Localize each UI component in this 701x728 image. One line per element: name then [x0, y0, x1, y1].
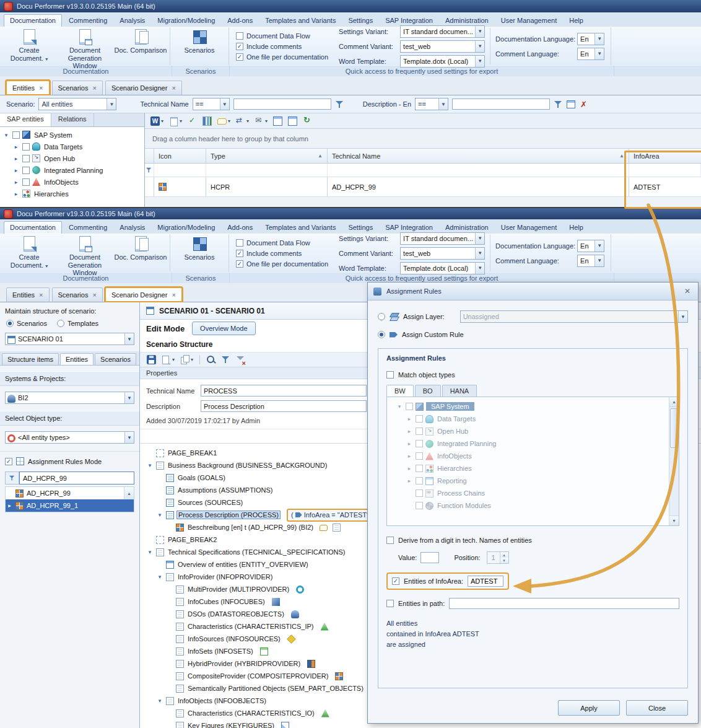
tab-scenarios[interactable]: Scenarios — [95, 353, 136, 365]
tree-item-data-targets[interactable]: ▸Data Targets — [393, 413, 668, 425]
item-checkbox[interactable] — [22, 155, 30, 162]
expander-icon[interactable]: ▾ — [156, 574, 163, 580]
object-type-select[interactable]: <All entity types>▼ — [5, 431, 134, 444]
assignment-rules-mode-row[interactable]: Assignment Rules Mode — [0, 451, 139, 470]
one-file-per-documentation-option[interactable]: One file per documentation — [236, 53, 328, 61]
tab-close-icon[interactable]: × — [39, 291, 43, 299]
technical-name-operator-select[interactable]: ==▼ — [193, 98, 230, 110]
entity-row-ad-hcpr-99-1[interactable]: ▸AD_HCPR_99_1 — [6, 499, 134, 512]
tree-item-hierarchies[interactable]: ▸Hierarchies — [0, 188, 144, 200]
document-generation-window-button[interactable]: Document Generation Window — [57, 235, 113, 271]
table-copy-button[interactable] — [271, 115, 284, 127]
column-header-icon[interactable]: Icon — [154, 149, 206, 163]
tree-item-infoobjects[interactable]: ▸InfoObjects — [0, 176, 144, 188]
ribbon-tab-user-management[interactable]: User Management — [495, 222, 563, 234]
column-header-type[interactable]: Type▲ — [206, 149, 328, 163]
tab-bw[interactable]: BW — [386, 385, 414, 397]
scroll-down-icon[interactable]: ▼ — [669, 515, 679, 525]
item-checkbox[interactable] — [416, 502, 423, 509]
entity-filter-input[interactable]: AD_HCPR_99 — [19, 471, 134, 485]
expander-icon[interactable]: ▸ — [406, 465, 413, 471]
expander-icon[interactable]: ▾ — [156, 512, 163, 518]
column-header-infoarea[interactable]: InfoArea — [629, 149, 701, 163]
tree-item-infoobjects[interactable]: ▸InfoObjects — [393, 450, 668, 462]
item-checkbox[interactable] — [416, 465, 423, 472]
expander-icon[interactable]: ▸ — [12, 179, 20, 185]
scroll-thumb[interactable] — [670, 408, 678, 448]
scenarios-button[interactable]: Scenarios — [172, 28, 227, 64]
tree-item-process-chains[interactable]: Process Chains — [393, 487, 668, 499]
assignment-rules-mode-checkbox[interactable] — [5, 458, 12, 465]
assign-custom-rule-radio[interactable] — [378, 331, 385, 338]
tab-close-icon[interactable]: × — [172, 84, 175, 92]
stepper-down-icon[interactable]: ▼ — [500, 558, 508, 563]
tree-item-open-hub[interactable]: ▸Open Hub — [0, 152, 144, 164]
documentation-language-select[interactable]: En▼ — [577, 33, 604, 45]
dropdown-caret-icon[interactable]: ▼ — [124, 432, 134, 443]
include-comments-option[interactable]: Include comments — [236, 43, 328, 50]
document-generation-window-button[interactable]: Document Generation Window — [57, 28, 113, 64]
ribbon-tab-migration-modeling[interactable]: Migration/Modeling — [152, 222, 220, 234]
dropdown-caret-icon[interactable]: ▼ — [220, 99, 229, 110]
dropdown-caret-icon[interactable]: ▼ — [475, 56, 484, 67]
include-comments-option[interactable]: Include comments — [236, 250, 328, 257]
include-comments-checkbox[interactable] — [236, 250, 243, 257]
dropdown-caret-icon[interactable]: ▼ — [475, 41, 484, 52]
filter-cell-infoarea[interactable] — [629, 164, 701, 177]
expander-icon[interactable]: ▸ — [406, 478, 413, 484]
tree-item-open-hub[interactable]: ▸Open Hub — [393, 425, 668, 437]
templates-radio[interactable] — [57, 320, 64, 327]
ribbon-tab-templates-and-variants[interactable]: Templates and Variants — [259, 222, 341, 234]
scenarios-button[interactable]: Scenarios — [172, 235, 227, 271]
entities-in-path-checkbox[interactable] — [386, 600, 394, 607]
comment-button[interactable]: ▾ — [216, 116, 232, 126]
document-tab-entities[interactable]: Entities× — [6, 81, 50, 95]
dropdown-caret-icon[interactable]: ▼ — [594, 33, 604, 45]
value-input[interactable] — [420, 552, 439, 563]
technical-name-input[interactable] — [201, 385, 367, 397]
document-button[interactable]: ▾ — [167, 115, 184, 127]
dropdown-caret-icon[interactable]: ▼ — [475, 233, 484, 244]
dropdown-caret-icon[interactable]: ▼ — [475, 248, 484, 259]
ribbon-tab-documentation[interactable]: Documentation — [4, 14, 62, 27]
title-bar[interactable]: Docu Performer v19.3.0.0.25195 Main (64 … — [0, 0, 701, 12]
comment-variant-select[interactable]: test_web▼ — [400, 247, 485, 260]
expander-icon[interactable]: ▸ — [406, 428, 413, 434]
save-button[interactable] — [145, 354, 158, 366]
description-input[interactable] — [201, 400, 367, 412]
tab-close-icon[interactable]: × — [39, 84, 43, 92]
close-button[interactable]: Close — [626, 700, 688, 716]
create-document-button[interactable]: Create Document. ▾ — [1, 28, 57, 64]
item-checkbox[interactable] — [416, 415, 423, 423]
document-tab-scenario-designer[interactable]: Scenario Designer× — [105, 287, 182, 302]
filter-edit-icon[interactable] — [335, 100, 344, 109]
ribbon-tab-commenting[interactable]: Commenting — [63, 222, 113, 234]
document-data-flow-option[interactable]: Document Data Flow — [236, 32, 328, 40]
copy-button[interactable]: ▾ — [178, 354, 195, 366]
comment-language-select[interactable]: En▼ — [577, 48, 604, 60]
tree-item-reporting[interactable]: ▸Reporting — [393, 475, 668, 487]
one-file-checkbox[interactable] — [236, 53, 243, 61]
scroll-up-icon[interactable]: ▲ — [669, 397, 679, 407]
dialog-title-bar[interactable]: Assignment Rules ✕ — [368, 283, 698, 300]
tree-item-sap-system[interactable]: ▾SAP System — [0, 129, 144, 141]
expander-icon[interactable]: ▸ — [406, 416, 413, 422]
dropdown-caret-icon[interactable]: ▼ — [475, 263, 484, 274]
dropdown-caret-icon[interactable]: ▼ — [107, 99, 116, 110]
document-tab-scenario-designer[interactable]: Scenario Designer× — [105, 81, 182, 95]
expander-icon[interactable]: ▾ — [156, 698, 163, 704]
document-tab-entities[interactable]: Entities× — [6, 287, 50, 302]
item-checkbox[interactable] — [22, 167, 30, 174]
derive-digit-checkbox[interactable] — [386, 537, 394, 544]
layout-icon[interactable] — [567, 100, 575, 108]
entities-of-infoarea-checkbox[interactable] — [392, 577, 399, 585]
columns-button[interactable] — [201, 115, 214, 127]
tree-item-integrated-planning[interactable]: ▸Integrated Planning — [393, 437, 668, 450]
expander-icon[interactable]: ▸ — [12, 167, 20, 173]
dropdown-caret-icon[interactable]: ▼ — [594, 48, 604, 59]
expander-icon[interactable]: ▸ — [12, 144, 20, 150]
match-object-types-checkbox[interactable] — [386, 371, 394, 379]
ribbon-tab-documentation[interactable]: Documentation — [4, 221, 62, 234]
expander-icon[interactable]: ▾ — [396, 403, 403, 410]
expander-icon[interactable]: ▾ — [146, 462, 154, 468]
